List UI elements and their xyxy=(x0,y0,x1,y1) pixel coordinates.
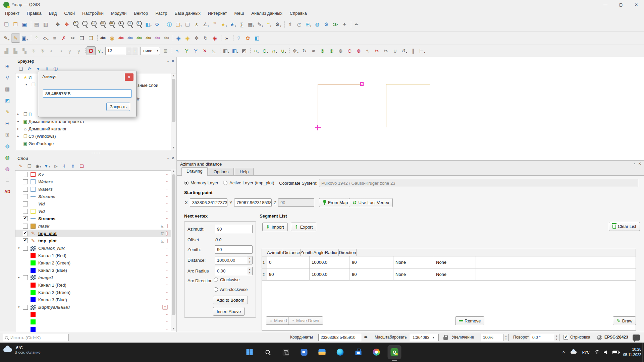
zoom-in[interactable]: + xyxy=(71,20,80,29)
dialog-close-button[interactable]: ✕ xyxy=(125,73,133,81)
separator[interactable] xyxy=(349,20,352,28)
x-field[interactable]: 353806.36127373 xyxy=(190,198,227,207)
enable-tracing[interactable]: ∿ xyxy=(173,46,182,55)
new-spatial-bookmark[interactable]: ★▾ xyxy=(219,20,228,29)
menu-item[interactable]: Настройки xyxy=(78,10,107,17)
volume-icon[interactable] xyxy=(604,350,608,354)
temporal-controller[interactable]: ◷ xyxy=(295,20,304,29)
remove-button[interactable]: Remove xyxy=(455,316,484,325)
manage-visibility[interactable]: ◉▾ xyxy=(34,162,42,170)
zoom-to-selection[interactable]: ▭ xyxy=(99,20,108,29)
merge-features[interactable]: ∪ xyxy=(391,46,400,55)
dialog-close-action-button[interactable]: Закрыть xyxy=(106,103,130,111)
layer-label[interactable]: Waters xyxy=(38,179,53,184)
menu-item[interactable]: Меш xyxy=(231,10,248,17)
use-last-vertex-button[interactable]: ↺ Use Last Vertex xyxy=(349,198,393,207)
add-mesh-layer[interactable]: ◩ xyxy=(3,96,12,105)
layer-visibility-checkbox[interactable] xyxy=(23,194,28,199)
layer-label[interactable]: Канал 2 (Green) xyxy=(38,260,70,265)
warning-icon[interactable] xyxy=(166,196,168,197)
layer-label[interactable]: Vid xyxy=(38,201,45,206)
dock-close-icon[interactable]: ✕ xyxy=(638,162,641,166)
vertex-tool[interactable]: ◇▾ xyxy=(41,34,50,43)
coordinates-field[interactable]: 23363363 5485910 xyxy=(318,334,361,341)
warning-icon[interactable] xyxy=(166,203,168,204)
cell-distance[interactable]: 10000.0 xyxy=(310,268,350,280)
map-themes[interactable]: ◧▾ xyxy=(144,20,153,29)
tolerance-increase-button[interactable]: + xyxy=(132,47,138,55)
identify-features[interactable]: ⓘ xyxy=(165,20,174,29)
separator[interactable] xyxy=(96,34,99,42)
fill-style-2[interactable]: ◧▾ xyxy=(231,46,240,55)
warning-icon[interactable] xyxy=(166,285,168,285)
collapse-all[interactable]: ⇑ xyxy=(69,162,77,170)
vertex-tool-all-layers[interactable]: Y xyxy=(192,46,201,55)
layer-row[interactable]: Kv xyxy=(15,171,176,178)
zenith-field[interactable]: 90 xyxy=(215,245,253,254)
layer-label[interactable]: Vid xyxy=(38,209,45,214)
layer-label[interactable]: tmp_plot xyxy=(38,231,57,236)
select-features[interactable]: ▢▾ xyxy=(174,20,183,29)
menu-item[interactable]: Интернет xyxy=(204,10,231,17)
expander-icon[interactable]: ▸ xyxy=(17,112,22,116)
split-parts[interactable]: ✂ xyxy=(382,46,391,55)
layer-row[interactable]: ▾ Виртуальный ⚠ xyxy=(15,303,176,311)
reshape-features[interactable]: ∿ xyxy=(364,46,373,55)
layer-visibility-checkbox[interactable] xyxy=(23,275,28,280)
zoom-native[interactable]: 1 xyxy=(117,20,126,29)
warning-icon[interactable] xyxy=(166,277,168,278)
menu-item[interactable]: Модули xyxy=(107,10,130,17)
remove-vertex[interactable]: ✕ xyxy=(201,46,210,55)
rotate-point-symbols[interactable]: ↺▾ xyxy=(400,46,409,55)
separator[interactable] xyxy=(288,47,291,55)
cell-azimuth[interactable]: 90 xyxy=(267,268,310,280)
contrast-decrease[interactable]: ◑ xyxy=(56,46,65,55)
dock-float-icon[interactable]: ▫ xyxy=(167,59,169,63)
messages-icon[interactable] xyxy=(633,335,640,341)
diagram-show[interactable]: ◉ xyxy=(183,34,192,43)
weather-widget[interactable]: -6°C В осн. облачно xyxy=(3,346,40,354)
rotate-label[interactable]: ↻ xyxy=(201,34,210,43)
copy-features[interactable]: ❒ xyxy=(77,34,87,43)
menu-item[interactable]: База данных xyxy=(171,10,204,17)
separator[interactable] xyxy=(219,47,222,55)
from-map-button[interactable]: From Map xyxy=(319,198,352,207)
lock-icon[interactable] xyxy=(443,337,448,340)
help-whats-this[interactable]: ? xyxy=(234,34,244,43)
layer-row[interactable]: Канал 3 (Blue) xyxy=(15,296,176,303)
simplify-feature[interactable]: ≈ xyxy=(309,46,318,55)
open-layer-styling[interactable]: ✎ xyxy=(17,162,25,170)
add-spatialite-layer[interactable]: ⊞ xyxy=(3,130,12,139)
select-by-expression[interactable]: ε xyxy=(192,20,201,29)
separator[interactable] xyxy=(171,34,174,42)
label-single[interactable]: abc xyxy=(117,34,126,43)
header-cell[interactable]: Zenith Angle xyxy=(301,249,325,256)
menu-item[interactable]: Справка xyxy=(286,10,311,17)
layer-row[interactable]: ▾ image1 xyxy=(15,274,176,281)
warning-icon[interactable] xyxy=(166,292,168,293)
zoom-full[interactable]: □ xyxy=(90,20,99,29)
layer-row[interactable]: ✎ tmp_plot ◱ xyxy=(15,230,176,237)
new-project[interactable]: ❏ xyxy=(2,20,11,29)
settings-wrench[interactable]: ✒ xyxy=(352,20,361,29)
circle-2points[interactable]: ○▾ xyxy=(252,46,261,55)
fill-ring[interactable]: ⊛ xyxy=(336,46,345,55)
layer-label[interactable]: Канал 1 (Red) xyxy=(38,283,66,288)
layer-visibility-checkbox[interactable] xyxy=(23,201,28,206)
browser-tree-item[interactable]: ▸ ⌂ Домашний каталог xyxy=(15,125,176,132)
new-map-view[interactable]: ⊞▾ xyxy=(304,20,313,29)
dock-close-icon[interactable]: ✕ xyxy=(171,156,174,161)
battery-icon[interactable] xyxy=(612,351,619,354)
expander-icon[interactable]: ▸ xyxy=(17,120,22,123)
header-cell[interactable]: Direction xyxy=(339,249,356,256)
fill-style-1[interactable]: ◧▾ xyxy=(222,46,231,55)
add-wms-layer[interactable]: ◍ xyxy=(3,141,12,150)
segment-row[interactable]: 2 90 10000.0 90 None None xyxy=(262,268,636,281)
scroll-up-icon[interactable]: ▲ xyxy=(171,73,176,78)
cell-azimuth[interactable]: 0 xyxy=(267,256,310,268)
diagram-pin[interactable]: ◉ xyxy=(174,34,183,43)
photos-button[interactable] xyxy=(370,345,383,359)
clear-list-button[interactable]: Clear List xyxy=(609,222,640,231)
layer-label[interactable]: Канал 3 (Blue) xyxy=(38,268,67,273)
modify-attributes[interactable]: ≡ xyxy=(50,34,59,43)
